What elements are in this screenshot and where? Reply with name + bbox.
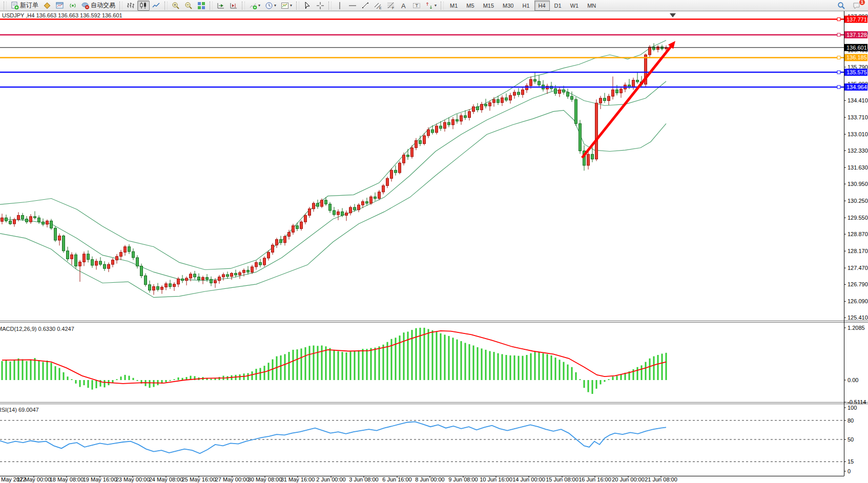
auto-scroll-button[interactable]	[215, 1, 227, 11]
time-axis-label: 27 May 00:00	[215, 476, 250, 482]
time-axis-label: 8 Jun 00:00	[415, 476, 445, 482]
channel-icon: E	[374, 2, 382, 10]
chart-window-button[interactable]	[54, 1, 66, 11]
window-icon	[56, 2, 64, 10]
price-line-handle	[837, 33, 840, 36]
label-icon: T	[412, 2, 421, 10]
timeframe-m15-button[interactable]: M15	[479, 1, 498, 11]
auto-trading-button-label: 自动交易	[91, 1, 115, 10]
text-tool-button[interactable]: A	[398, 1, 410, 11]
time-axis-label: 25 May 16:00	[182, 476, 216, 482]
price-tick-label: 132.330	[848, 148, 868, 154]
toolbar: 新订单自动交易▾▾▾EFAT▾M1M5M15M30H1H4D1W1MN1	[0, 0, 868, 11]
bollinger-lower-band	[0, 110, 666, 297]
fibonacci-tool-button[interactable]: F	[385, 1, 397, 11]
new-order-button[interactable]: 新订单	[9, 1, 40, 11]
price-line-badge-label: 137.128	[846, 32, 867, 38]
zoom-in-button[interactable]	[170, 1, 182, 11]
price-tick-label: 126.790	[848, 281, 868, 287]
line-icon	[152, 2, 160, 10]
time-axis-label: 15 Jun 08:00	[546, 476, 578, 482]
time-axis-label: 3 Jun 08:00	[349, 476, 379, 482]
rsi-tick-label: 50	[848, 436, 854, 443]
price-tick-label: 130.250	[848, 198, 868, 204]
bar-chart-button[interactable]	[125, 1, 137, 11]
notifications-button[interactable]: 1	[851, 1, 863, 11]
rsi-line	[0, 422, 666, 453]
timeframe-m1-button[interactable]: M1	[446, 1, 462, 11]
timeframe-m30-button[interactable]: M30	[499, 1, 518, 11]
price-tick-label: 133.010	[848, 131, 868, 137]
tile-icon	[197, 2, 205, 10]
line-chart-button[interactable]	[150, 1, 162, 11]
timeframe-w1-button[interactable]: W1	[566, 1, 583, 11]
price-tick-label: 133.710	[848, 114, 868, 120]
chevron-down-icon: ▾	[435, 4, 437, 8]
price-tick-label: 127.470	[848, 265, 868, 271]
price-line-handle	[837, 71, 840, 74]
chevron-down-icon: ▾	[274, 4, 276, 8]
signals-button[interactable]	[67, 1, 79, 11]
zoom-in-icon	[172, 2, 180, 10]
indicators-button[interactable]: ▾	[247, 1, 262, 11]
timeframe-h1-button[interactable]: H1	[518, 1, 533, 11]
text-label-tool-button[interactable]: T	[410, 1, 423, 11]
macd-histogram	[2, 328, 667, 394]
macd-tick-label: 0.00	[848, 377, 858, 383]
signal-icon	[69, 2, 77, 10]
arrows-tool-button[interactable]: ▾	[423, 1, 439, 11]
cursor-tool-button[interactable]	[301, 1, 314, 11]
timeframe-h4-button[interactable]: H4	[534, 1, 550, 11]
vertical-line-tool-button[interactable]	[334, 1, 346, 11]
bollinger-middle-band	[0, 81, 666, 281]
chart-symbol-title: USDJPY ,H4 136.663 136.663 136.592 136.6…	[2, 12, 122, 18]
notification-badge: 1	[859, 0, 865, 6]
time-axis-label: 14 Jun 00:00	[512, 476, 545, 482]
search-icon	[837, 2, 845, 10]
toolbar-grip	[4, 2, 7, 10]
zoom-out-button[interactable]	[182, 1, 195, 11]
search-button[interactable]	[835, 1, 848, 11]
price-tick-label: 134.410	[848, 97, 868, 103]
crosshair-tool-button[interactable]	[314, 1, 326, 11]
trendline-tool-button[interactable]	[359, 1, 371, 11]
market-depth-button[interactable]	[41, 1, 53, 11]
toolbar-separator	[242, 2, 245, 10]
gold-icon	[43, 2, 51, 10]
price-line-handle	[837, 18, 840, 21]
auto-trading-button[interactable]: 自动交易	[79, 1, 117, 11]
timeframe-m5-button[interactable]: M5	[462, 1, 478, 11]
scroll-icon	[217, 2, 225, 10]
price-line-badge-label: 137.771	[846, 16, 867, 23]
time-axis-label: 31 May 16:00	[281, 476, 315, 482]
bars-icon	[127, 2, 135, 10]
new-order-icon	[11, 2, 19, 10]
price-line-badge-label: 134.964	[846, 84, 867, 90]
shift-icon	[230, 2, 238, 10]
horizontal-line-tool-button[interactable]	[346, 1, 359, 11]
price-line-handle	[837, 56, 840, 59]
vline-icon	[336, 2, 344, 10]
equidistant-channel-tool-button[interactable]: E	[372, 1, 384, 11]
timeframe-mn-button[interactable]: MN	[583, 1, 600, 11]
price-tick-label: 131.630	[848, 164, 868, 171]
toolbar-separator	[119, 2, 122, 10]
fibo-icon: F	[387, 2, 395, 10]
svg-text:A: A	[401, 2, 406, 9]
svg-text:F: F	[392, 6, 394, 10]
rsi-tick-label: 100	[848, 405, 857, 411]
periods-button[interactable]: ▾	[263, 1, 278, 11]
trend-arrow-line	[582, 44, 673, 158]
price-line-badge-label: 136.601	[846, 45, 867, 51]
chart-canvas[interactable]: USDJPY ,H4 136.663 136.663 136.592 136.6…	[0, 11, 868, 483]
candlestick-chart-button[interactable]	[137, 1, 150, 11]
templates-button[interactable]: ▾	[279, 1, 294, 11]
auto-icon	[81, 2, 90, 10]
macd-tick-label: 1.2085	[848, 325, 865, 331]
tile-windows-button[interactable]	[195, 1, 208, 11]
time-axis-label: 18 May 08:00	[50, 476, 84, 482]
timeframe-d1-button[interactable]: D1	[550, 1, 566, 11]
time-axis-label: 6 Jun 16:00	[382, 476, 412, 482]
chart-shift-button[interactable]	[228, 1, 240, 11]
time-axis-label: 23 May 00:00	[116, 476, 150, 482]
